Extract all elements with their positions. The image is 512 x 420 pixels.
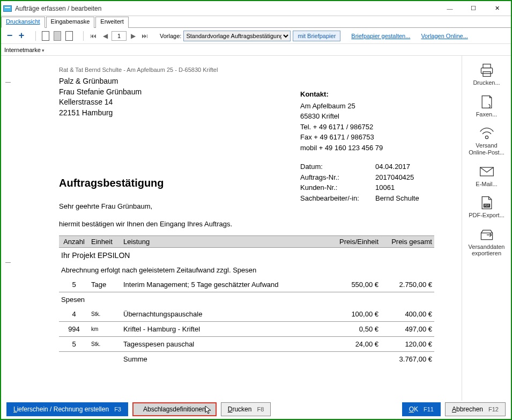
billing-note: Abrechnung erfolgt nach geleistetem Zeit… xyxy=(59,263,434,277)
printer-icon xyxy=(477,62,496,78)
contact-l2: 65830 Kriftel xyxy=(300,111,419,122)
cursor-icon xyxy=(205,406,212,415)
meta-order-k: Auftrags-Nr.: xyxy=(300,172,375,183)
vorlage-label: Vorlage: xyxy=(160,33,181,39)
col-price: Preis/Einheit xyxy=(327,236,381,248)
col-desc: Leistung xyxy=(121,236,327,248)
sum-total: 3.767,00 € xyxy=(381,352,434,367)
svg-rect-2 xyxy=(483,72,490,77)
vorlage-select[interactable]: Standardvorlage Auftragsbestätigung xyxy=(183,31,291,41)
meta-cust-v: 10061 xyxy=(375,182,395,193)
document-meta: Datum:04.04.2017 Auftrags-Nr.:2017040425… xyxy=(300,161,419,203)
toolbar: − + ⏮ ◀ ▶ ⏭ Vorlage: Standardvorlage Auf… xyxy=(1,28,511,44)
app-icon xyxy=(3,5,12,12)
abbrechen-button[interactable]: Abbrechen F12 xyxy=(445,402,506,416)
pdf-icon: PDF xyxy=(477,195,496,211)
tab-eingabemaske[interactable]: Eingabemaske xyxy=(46,17,95,28)
tab-druckansicht[interactable]: Druckansicht xyxy=(1,17,45,28)
window-title: Aufträge erfassen / bearbeiten xyxy=(15,5,438,12)
box-export-icon xyxy=(477,226,496,242)
svg-rect-1 xyxy=(483,64,490,68)
zoom-in-icon[interactable]: + xyxy=(16,31,27,41)
ok-button[interactable]: OK F11 xyxy=(402,402,441,416)
footer-bar: LLieferschein / Rechnung erstelleniefers… xyxy=(2,401,510,418)
pdf-export-button[interactable]: PDF PDF-Export... xyxy=(464,193,509,221)
lieferschein-button[interactable]: LLieferschein / Rechnung erstelleniefers… xyxy=(6,402,128,416)
contact-l4: Fax + 49 6171 / 986753 xyxy=(300,132,419,143)
contact-l1: Am Apfelbaum 25 xyxy=(300,101,419,112)
col-qty: Anzahl xyxy=(59,236,89,248)
sender-line: Rat & Tat Bernd Schulte - Am Apfelbaum 2… xyxy=(59,67,434,73)
online-post-button[interactable]: VersandOnline-Post... xyxy=(464,123,509,158)
meta-clerk-k: Sachbearbeiter/-in: xyxy=(300,193,375,204)
sum-label: Summe xyxy=(121,352,327,367)
contact-block: Kontakt: Am Apfelbaum 25 65830 Kriftel T… xyxy=(300,89,419,203)
page-number-input[interactable] xyxy=(112,31,127,41)
items-table: Anzahl Einheit Leistung Preis/Einheit Pr… xyxy=(59,235,434,366)
table-row: 5 Tage Interim Management; 5 Tage geschä… xyxy=(59,277,434,292)
maximize-button[interactable]: ☐ xyxy=(462,2,485,16)
tab-erweitert[interactable]: Erweitert xyxy=(95,17,128,28)
table-row: 5 Stk. Tagesspesen pauschal 24,00 € 120,… xyxy=(59,337,434,352)
meta-date-k: Datum: xyxy=(300,161,375,172)
internetmarke-dropdown[interactable]: Internetmarke xyxy=(4,47,44,53)
table-row: 994 km Kriftel - Hamburg - Kriftel 0,50 … xyxy=(59,322,434,337)
subtoolbar: Internetmarke xyxy=(1,44,511,56)
link-vorlagen-online[interactable]: Vorlagen Online... xyxy=(421,33,468,39)
meta-cust-k: Kunden-Nr.: xyxy=(300,182,375,193)
link-briefpapier-gestalten[interactable]: Briefpapier gestalten... xyxy=(351,33,410,39)
minimize-button[interactable]: — xyxy=(438,2,462,16)
table-row: 4 Stk. Übernachtungspauschale 100,00 € 4… xyxy=(59,307,434,322)
actions-sidebar: Drucken... Faxen... VersandOnline-Post..… xyxy=(462,56,511,401)
abschlagsdefinitionen-button[interactable]: Abschlagsdefinitionen xyxy=(132,402,217,416)
recipient-l1: Palz & Grünbaum xyxy=(59,76,434,87)
page-current-icon[interactable] xyxy=(52,31,63,41)
salutation: Sehr geehrte Frau Grünbaum, xyxy=(59,202,434,210)
meta-order-v: 2017040425 xyxy=(375,172,414,183)
close-button[interactable]: ✕ xyxy=(485,2,509,16)
document-page: Rat & Tat Bernd Schulte - Am Apfelbaum 2… xyxy=(11,60,450,382)
project-title: Ihr Projekt EPSILON xyxy=(59,248,434,263)
export-shipping-button[interactable]: Versanddatenexportieren xyxy=(464,224,509,259)
nav-first-icon[interactable]: ⏮ xyxy=(88,31,99,41)
contact-l3: Tel. + 49 6171 / 986752 xyxy=(300,122,419,132)
meta-clerk-v: Bernd Schulte xyxy=(375,193,419,204)
contact-l5: mobil + 49 160 123 456 79 xyxy=(300,143,419,153)
svg-text:PDF: PDF xyxy=(484,204,489,207)
contact-heading: Kontakt: xyxy=(300,89,419,100)
page-single-icon[interactable] xyxy=(40,31,51,41)
drucken-button[interactable]: Drucken F8 xyxy=(221,402,271,416)
wifi-icon xyxy=(477,125,496,141)
nav-last-icon[interactable]: ⏭ xyxy=(139,31,150,41)
email-button[interactable]: E-Mail... xyxy=(464,161,509,190)
meta-date-v: 04.04.2017 xyxy=(375,161,410,172)
col-total: Preis gesamt xyxy=(381,236,434,248)
fax-button[interactable]: Faxen... xyxy=(464,92,509,120)
print-button[interactable]: Drucken... xyxy=(464,60,509,89)
page-multi-icon[interactable] xyxy=(64,31,75,41)
intro-text: hiermit bestätigen wir Ihnen den Eingang… xyxy=(59,220,434,228)
view-tabs: Druckansicht Eingabemaske Erweitert xyxy=(1,16,511,28)
zoom-out-icon[interactable]: − xyxy=(4,31,15,41)
nav-next-icon[interactable]: ▶ xyxy=(128,31,138,41)
envelope-icon xyxy=(477,164,496,180)
spesen-label: Spesen xyxy=(59,292,434,307)
titlebar: Aufträge erfassen / bearbeiten — ☐ ✕ xyxy=(1,1,511,16)
svg-point-3 xyxy=(485,136,488,139)
sum-row: Summe 3.767,00 € xyxy=(59,352,434,367)
col-unit: Einheit xyxy=(89,236,121,248)
fax-icon xyxy=(477,94,496,110)
nav-prev-icon[interactable]: ◀ xyxy=(100,31,110,41)
briefpapier-button[interactable]: mit Briefpapier xyxy=(293,31,340,41)
preview-area[interactable]: —— Rat & Tat Bernd Schulte - Am Apfelbau… xyxy=(1,56,462,401)
